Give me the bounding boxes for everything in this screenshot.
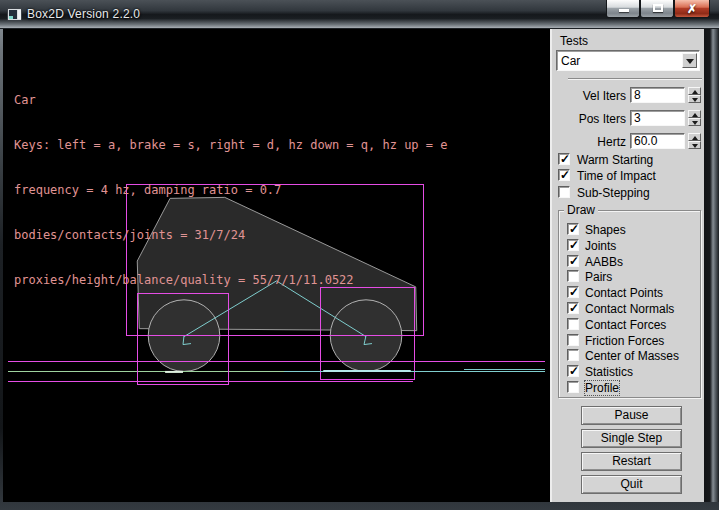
app-icon-accent	[9, 16, 13, 19]
hud-text: Car Keys: left = a, brake = s, right = d…	[14, 63, 554, 318]
hertz-spin-down[interactable]	[688, 141, 701, 149]
hud-line-test-name: Car	[14, 93, 554, 108]
spinner-up-icon	[692, 136, 698, 140]
draw-group: Draw ✓ Shapes ✓ Joints ✓ AABBs Pairs ✓ C…	[558, 210, 701, 398]
minimize-button[interactable]	[606, 0, 640, 18]
statistics-label: Statistics	[585, 365, 633, 379]
hud-line-bodies: bodies/contacts/joints = 31/7/24	[14, 228, 554, 243]
tests-dropdown-value: Car	[561, 54, 580, 68]
hud-line-keys: Keys: left = a, brake = s, right = d, hz…	[14, 138, 554, 153]
window-border-right	[704, 29, 719, 502]
checkmark-icon: ✓	[560, 168, 570, 182]
center-of-masses-label: Center of Masses	[585, 349, 679, 363]
app-icon	[7, 8, 22, 21]
warm-starting-label: Warm Starting	[577, 153, 653, 167]
friction-forces-checkbox[interactable]	[567, 334, 579, 346]
checkmark-icon: ✓	[569, 254, 579, 268]
maximize-icon	[653, 4, 663, 12]
restart-button[interactable]: Restart	[581, 452, 682, 471]
hud-line-frequency: frequency = 4 hz, damping ratio = 0.7	[14, 183, 554, 198]
vel-iters-input[interactable]	[630, 87, 685, 103]
profile-label: Profile	[585, 381, 619, 395]
control-panel: Tests Car Vel Iters Pos Iters Hertz	[550, 29, 704, 502]
aabbs-label: AABBs	[585, 255, 623, 269]
simulation-viewport[interactable]: Car Keys: left = a, brake = s, right = d…	[3, 29, 550, 502]
app-icon-column	[18, 10, 21, 19]
spinner-up-icon	[692, 113, 698, 117]
vel-iters-spin-down[interactable]	[688, 95, 701, 103]
hud-line-proxies: proxies/height/balance/quality = 55/7/1/…	[14, 273, 554, 288]
shapes-checkbox[interactable]: ✓	[567, 223, 579, 235]
pos-iters-label: Pos Iters	[552, 112, 626, 126]
center-of-masses-checkbox[interactable]	[567, 349, 579, 361]
time-of-impact-checkbox[interactable]: ✓	[558, 169, 570, 181]
hertz-spinner	[688, 133, 701, 149]
contact-points-label: Contact Points	[585, 286, 663, 300]
minimize-icon	[619, 9, 629, 12]
spinner-down-icon	[692, 144, 698, 148]
pos-iters-spin-down[interactable]	[688, 118, 701, 126]
window-border-bottom	[0, 502, 719, 510]
panel-separator	[568, 78, 702, 80]
hertz-spin-up[interactable]	[688, 133, 701, 141]
spinner-up-icon	[692, 90, 698, 94]
joints-checkbox[interactable]: ✓	[567, 239, 579, 251]
friction-forces-label: Friction Forces	[585, 334, 664, 348]
quit-button[interactable]: Quit	[581, 475, 682, 494]
warm-starting-checkbox[interactable]: ✓	[558, 153, 570, 165]
shapes-label: Shapes	[585, 223, 626, 237]
pause-button[interactable]: Pause	[581, 406, 682, 425]
joints-label: Joints	[585, 239, 616, 253]
checkmark-icon: ✓	[569, 285, 579, 299]
single-step-button[interactable]: Single Step	[581, 429, 682, 448]
close-button[interactable]: ✗	[674, 0, 710, 18]
hertz-input[interactable]	[630, 133, 685, 149]
checkmark-icon: ✓	[569, 222, 579, 236]
contact-points-checkbox[interactable]: ✓	[567, 286, 579, 298]
dropdown-arrow-icon	[686, 59, 694, 64]
spinner-down-icon	[692, 98, 698, 102]
maximize-button[interactable]	[640, 0, 674, 18]
vel-iters-label: Vel Iters	[552, 89, 626, 103]
checkmark-icon: ✓	[569, 238, 579, 252]
sub-stepping-label: Sub-Stepping	[577, 186, 650, 200]
vel-iters-spinner	[688, 87, 701, 103]
contact-forces-label: Contact Forces	[585, 318, 666, 332]
contact-normals-label: Contact Normals	[585, 302, 674, 316]
contact-normals-checkbox[interactable]: ✓	[567, 302, 579, 314]
draw-group-legend: Draw	[564, 203, 598, 217]
window-title: Box2D Version 2.2.0	[27, 7, 140, 21]
pos-iters-spin-up[interactable]	[688, 110, 701, 118]
checkmark-icon: ✓	[569, 364, 579, 378]
pos-iters-input[interactable]	[630, 110, 685, 126]
sub-stepping-checkbox[interactable]	[558, 186, 570, 198]
time-of-impact-label: Time of Impact	[577, 169, 656, 183]
vel-iters-spin-up[interactable]	[688, 87, 701, 95]
checkmark-icon: ✓	[560, 152, 570, 166]
tests-label: Tests	[560, 34, 588, 48]
checkmark-icon: ✓	[569, 301, 579, 315]
pairs-checkbox[interactable]	[567, 270, 579, 282]
hertz-label: Hertz	[552, 135, 626, 149]
statistics-checkbox[interactable]: ✓	[567, 365, 579, 377]
pairs-label: Pairs	[585, 270, 612, 284]
pos-iters-spinner	[688, 110, 701, 126]
title-bar[interactable]: Box2D Version 2.2.0 ✗	[0, 0, 719, 29]
app-window: Box2D Version 2.2.0 ✗	[0, 0, 719, 510]
aabbs-checkbox[interactable]: ✓	[567, 255, 579, 267]
spinner-down-icon	[692, 121, 698, 125]
close-icon: ✗	[675, 2, 709, 16]
contact-forces-checkbox[interactable]	[567, 318, 579, 330]
tests-dropdown-button[interactable]	[682, 53, 697, 68]
profile-checkbox[interactable]	[567, 381, 579, 393]
tests-dropdown[interactable]: Car	[556, 50, 700, 71]
